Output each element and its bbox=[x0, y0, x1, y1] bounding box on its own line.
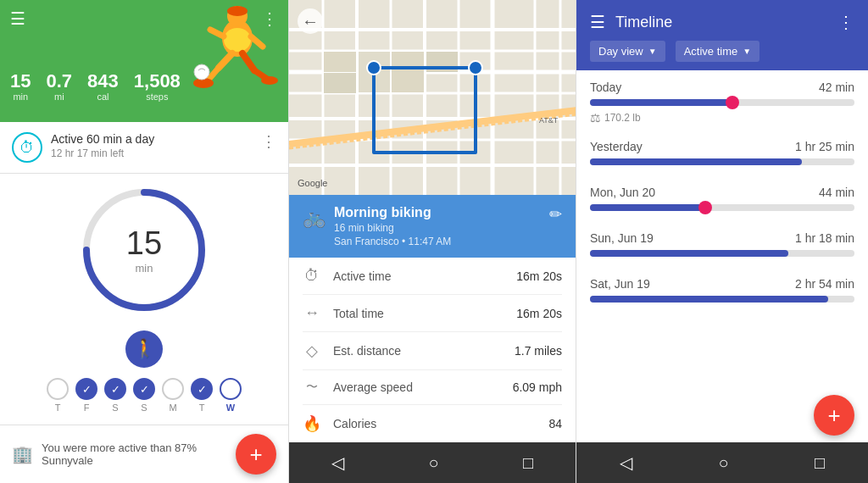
scale-icon: ⚖ bbox=[590, 111, 601, 125]
active-time-value: 16m 20s bbox=[516, 269, 562, 283]
day-view-arrow: ▼ bbox=[648, 47, 657, 56]
mon-jun20-label: Mon, Jun 20 bbox=[590, 186, 655, 199]
weekday-circle-m bbox=[162, 378, 184, 400]
today-time: 42 min bbox=[819, 80, 854, 94]
timeline-day-today: Today 42 min ⚖ 170.2 lb bbox=[590, 70, 854, 130]
distance-icon: ◇ bbox=[303, 341, 321, 360]
goal-timer-icon: ⏱ bbox=[12, 132, 42, 163]
goal-title: Active 60 min a day bbox=[51, 132, 154, 146]
weekday-t2: ✓ T bbox=[191, 378, 213, 413]
svg-point-11 bbox=[261, 76, 278, 85]
today-bar-dot bbox=[726, 96, 739, 109]
tl-recent-nav-icon[interactable]: □ bbox=[815, 453, 825, 473]
total-time-icon: ↔ bbox=[303, 304, 321, 322]
panel2-nav-bar: ◁ ○ □ bbox=[289, 442, 576, 483]
svg-line-6 bbox=[219, 53, 232, 68]
svg-point-39 bbox=[469, 61, 482, 75]
svg-point-3 bbox=[224, 28, 251, 52]
menu-icon[interactable]: ☰ bbox=[10, 8, 25, 29]
metric-total-time: ↔ Total time 16m 20s bbox=[303, 295, 562, 332]
edit-icon[interactable]: ✏ bbox=[549, 205, 562, 224]
total-time-value: 16m 20s bbox=[516, 307, 562, 320]
timeline-day-sun-jun19: Sun, Jun 19 1 hr 18 min bbox=[590, 221, 854, 267]
active-time-arrow: ▼ bbox=[743, 47, 751, 56]
metrics-list: ⏱ Active time 16m 20s ↔ Total time 16m 2… bbox=[289, 258, 576, 442]
svg-point-12 bbox=[194, 64, 209, 80]
tl-home-nav-icon[interactable]: ○ bbox=[718, 453, 728, 473]
goal-more-icon[interactable]: ⋮ bbox=[261, 132, 276, 151]
mon-jun20-bar bbox=[590, 204, 709, 211]
recent-nav-icon[interactable]: □ bbox=[523, 453, 533, 473]
footer-bar: 🏢 You were more active than 87% Sunnyval… bbox=[0, 425, 288, 483]
mon-jun20-time: 44 min bbox=[819, 186, 854, 199]
weekday-f: ✓ F bbox=[75, 378, 97, 413]
timeline-day-mon-jun20: Mon, Jun 20 44 min bbox=[590, 175, 854, 221]
svg-rect-34 bbox=[392, 52, 424, 92]
sun-jun19-bar-container bbox=[590, 250, 854, 257]
timeline-nav-bar: ◁ ○ □ bbox=[576, 442, 868, 483]
yesterday-bar-container bbox=[590, 158, 854, 165]
calories-label: Calories bbox=[333, 417, 537, 430]
walker-icon: 🚶 bbox=[125, 330, 163, 368]
svg-text:AT&T: AT&T bbox=[539, 116, 559, 125]
avg-speed-label: Average speed bbox=[333, 380, 501, 394]
timeline-title: Timeline bbox=[615, 14, 672, 31]
stat-mi-label: mi bbox=[46, 92, 72, 102]
back-arrow-icon[interactable]: ← bbox=[298, 8, 323, 34]
timeline-menu-icon[interactable]: ☰ bbox=[590, 12, 605, 32]
tl-back-nav-icon[interactable]: ◁ bbox=[620, 452, 632, 473]
back-nav-icon[interactable]: ◁ bbox=[331, 452, 344, 473]
add-fab-button[interactable]: + bbox=[236, 434, 276, 475]
timeline-panel: ☰ Timeline ⋮ Day view ▼ Active time ▼ To… bbox=[576, 0, 868, 483]
metric-avg-speed: 〜 Average speed 6.09 mph bbox=[303, 370, 562, 405]
metric-active-time: ⏱ Active time 16m 20s bbox=[303, 258, 562, 295]
mon-jun20-bar-dot bbox=[698, 201, 712, 214]
active-time-label: Active time bbox=[684, 45, 738, 58]
svg-line-5 bbox=[251, 36, 263, 47]
fitness-header: ☰ ⋮ bbox=[0, 0, 288, 122]
circle-area: 15 min 🚶 T ✓ F ✓ S bbox=[0, 174, 288, 425]
today-weight: ⚖ 170.2 lb bbox=[590, 111, 854, 125]
timeline-more-icon[interactable]: ⋮ bbox=[837, 12, 854, 32]
bike-icon: 🚲 bbox=[303, 207, 326, 229]
timeline-header: ☰ Timeline ⋮ Day view ▼ Active time ▼ bbox=[576, 0, 868, 70]
avg-speed-icon: 〜 bbox=[303, 380, 321, 395]
stat-steps: 1,508 steps bbox=[134, 71, 181, 102]
sat-jun18-bar bbox=[590, 296, 828, 303]
fitness-panel: ☰ ⋮ bbox=[0, 0, 288, 483]
building-icon: 🏢 bbox=[12, 444, 33, 464]
day-view-label: Day view bbox=[598, 45, 643, 58]
avg-speed-value: 6.09 mph bbox=[513, 380, 562, 394]
footer-text: You were more active than 87% Sunnyvale bbox=[42, 441, 236, 467]
home-nav-icon[interactable]: ○ bbox=[428, 453, 438, 473]
active-time-filter[interactable]: Active time ▼ bbox=[676, 41, 760, 62]
sun-jun19-label: Sun, Jun 19 bbox=[590, 231, 654, 245]
metric-distance: ◇ Est. distance 1.7 miles bbox=[303, 332, 562, 370]
activity-detail-panel: Google AT&T ← 🚲 Morning biking 16 min bi… bbox=[288, 0, 576, 483]
svg-line-9 bbox=[242, 53, 254, 70]
activity-subtitle: 16 min biking bbox=[334, 222, 451, 234]
metric-calories: 🔥 Calories 84 bbox=[303, 405, 562, 442]
stat-min: 15 min bbox=[10, 71, 31, 102]
svg-text:Google: Google bbox=[298, 178, 327, 188]
yesterday-time: 1 hr 25 min bbox=[795, 140, 854, 153]
stat-cal: 843 cal bbox=[87, 71, 119, 102]
stat-steps-label: steps bbox=[134, 92, 181, 102]
svg-point-2 bbox=[227, 6, 248, 16]
active-time-icon: ⏱ bbox=[303, 267, 321, 285]
active-time-label: Active time bbox=[333, 269, 504, 283]
day-view-filter[interactable]: Day view ▼ bbox=[590, 41, 665, 62]
weekday-circle-f: ✓ bbox=[75, 378, 97, 400]
timeline-add-fab[interactable]: + bbox=[814, 395, 854, 436]
stat-cal-value: 843 bbox=[87, 71, 119, 92]
weekday-circle-t1 bbox=[47, 378, 69, 400]
sat-jun18-label: Sat, Jun 19 bbox=[590, 277, 650, 291]
circle-value: 15 bbox=[126, 225, 162, 262]
weekday-s2: ✓ S bbox=[133, 378, 155, 413]
sat-jun18-time: 2 hr 54 min bbox=[795, 277, 854, 291]
weekdays-row: T ✓ F ✓ S ✓ S bbox=[47, 378, 242, 413]
weekday-circle-s1: ✓ bbox=[104, 378, 126, 400]
timeline-day-sat-jun18: Sat, Jun 19 2 hr 54 min bbox=[590, 267, 854, 313]
stat-cal-label: cal bbox=[87, 92, 119, 102]
weekday-t1: T bbox=[47, 378, 69, 413]
